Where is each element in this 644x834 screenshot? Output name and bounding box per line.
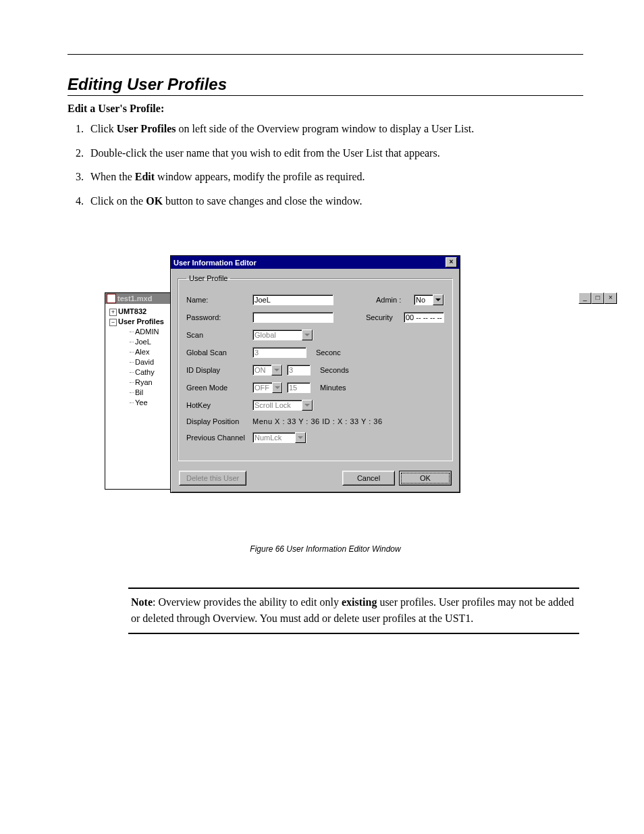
user-profile-group: User Profile Name: Admin : No Password: …: [178, 274, 453, 461]
note-lead: Note: [131, 596, 153, 608]
parent-window-controls: _ □ ×: [579, 292, 617, 304]
security-field[interactable]: [404, 312, 444, 323]
hotkey-value: Scroll Lock: [254, 401, 291, 409]
tree-user[interactable]: Alex: [109, 347, 178, 357]
maximize-icon[interactable]: □: [591, 292, 604, 304]
seconds-label: Seconc: [316, 348, 341, 357]
previous-channel-label: Previous Channel: [186, 434, 248, 442]
steps-list: Click User Profiles on left side of the …: [68, 119, 583, 215]
subheading: Edit a User's Profile:: [68, 103, 583, 115]
tree-user[interactable]: Bil: [109, 388, 178, 398]
password-field[interactable]: [252, 312, 333, 323]
tree-node-label: User Profiles: [118, 317, 164, 325]
global-scan-field: [252, 347, 306, 358]
seconds-label: Seconds: [320, 366, 349, 374]
name-field[interactable]: [252, 294, 333, 305]
minutes-label: Minutes: [320, 384, 346, 392]
id-display-select: ON: [252, 365, 283, 375]
ok-button[interactable]: OK: [399, 471, 452, 486]
note-bold: existing: [342, 596, 377, 608]
close-icon[interactable]: ×: [446, 257, 457, 267]
display-position-label: Display Position: [186, 417, 248, 425]
step-text: Click: [90, 123, 117, 134]
admin-select[interactable]: No: [414, 294, 444, 305]
tree-user[interactable]: David: [109, 357, 178, 367]
step-text: button to save changes and close the win…: [163, 195, 362, 207]
step-bold: Edit: [135, 171, 155, 182]
delete-user-button: Delete this User: [179, 471, 246, 486]
admin-label: Admin :: [376, 296, 410, 304]
id-display-seconds-field: [287, 365, 311, 375]
db-icon: [107, 294, 116, 303]
global-scan-label: Global Scan: [186, 348, 248, 357]
previous-channel-value: NumLck: [254, 434, 281, 442]
chevron-down-icon: [272, 382, 282, 393]
green-minutes-field: [287, 382, 311, 393]
previous-channel-select: NumLck: [252, 432, 306, 443]
tree-user[interactable]: Yee: [109, 398, 178, 408]
scan-value: Global: [254, 331, 276, 339]
green-mode-label: Green Mode: [186, 384, 248, 392]
tree-node-user-profiles[interactable]: −User Profiles: [109, 317, 178, 327]
note-box: Note: Overview provides the ability to e…: [128, 588, 579, 633]
hotkey-label: HotKey: [186, 401, 248, 409]
note-text: : Overview provides the ability to edit …: [153, 596, 342, 608]
tree-titlebar: test1.mxd: [105, 293, 180, 304]
figure-screenshot: test1.mxd +UMT832 −User Profiles ADMIN J…: [68, 255, 583, 525]
step-text: on left side of the Overview program win…: [176, 123, 475, 134]
chevron-down-icon: [433, 294, 444, 305]
page-rule: [68, 54, 583, 55]
admin-value: No: [416, 296, 425, 304]
chevron-down-icon: [302, 330, 313, 340]
tree-window: test1.mxd +UMT832 −User Profiles ADMIN J…: [105, 292, 180, 490]
scan-label: Scan: [186, 331, 248, 339]
tree-user[interactable]: Ryan: [109, 377, 178, 388]
chevron-down-icon: [295, 432, 306, 443]
cancel-button[interactable]: Cancel: [342, 471, 395, 486]
user-info-editor-dialog: User Information Editor × User Profile N…: [170, 255, 460, 493]
security-label: Security: [366, 313, 400, 321]
figure-caption: Figure 66 User Information Editor Window: [68, 544, 583, 554]
tree-node-label: UMT832: [118, 307, 146, 315]
tree-user[interactable]: ADMIN: [109, 327, 178, 337]
step-bold: OK: [146, 195, 163, 207]
section-heading: Editing User Profiles: [68, 75, 583, 96]
step-text: window appears, modify the profile as re…: [155, 171, 365, 182]
tree-node-umt832[interactable]: +UMT832: [109, 307, 178, 317]
green-mode-select: OFF: [252, 382, 283, 393]
tree-body: +UMT832 −User Profiles ADMIN JoeL Alex D…: [105, 304, 180, 409]
green-mode-value: OFF: [254, 384, 269, 392]
tree-user[interactable]: Cathy: [109, 367, 178, 377]
step-text: When the: [90, 171, 135, 182]
group-legend: User Profile: [186, 274, 230, 282]
step-4: Click on the OK button to save changes a…: [86, 191, 583, 215]
scan-select: Global: [252, 330, 313, 340]
display-position-value: Menu X : 33 Y : 36 ID : X : 33 Y : 36: [252, 417, 383, 425]
chevron-down-icon: [271, 365, 282, 375]
step-3: When the Edit window appears, modify the…: [86, 167, 583, 191]
hotkey-select: Scroll Lock: [252, 400, 313, 411]
password-label: Password:: [186, 313, 248, 321]
id-display-label: ID Display: [186, 366, 248, 374]
tree-user[interactable]: JoeL: [109, 337, 178, 347]
step-bold: User Profiles: [117, 123, 176, 134]
chevron-down-icon: [302, 400, 313, 411]
close-icon[interactable]: ×: [604, 292, 617, 304]
name-label: Name:: [186, 296, 248, 304]
step-text: Click on the: [90, 195, 146, 207]
dialog-titlebar[interactable]: User Information Editor ×: [171, 256, 460, 269]
id-display-value: ON: [254, 366, 266, 374]
step-1: Click User Profiles on left side of the …: [86, 119, 583, 143]
dialog-title: User Information Editor: [173, 259, 257, 267]
step-2: Double-click the user name that you wish…: [86, 143, 583, 167]
minimize-icon[interactable]: _: [579, 292, 591, 304]
tree-title-text: test1.mxd: [117, 294, 152, 303]
